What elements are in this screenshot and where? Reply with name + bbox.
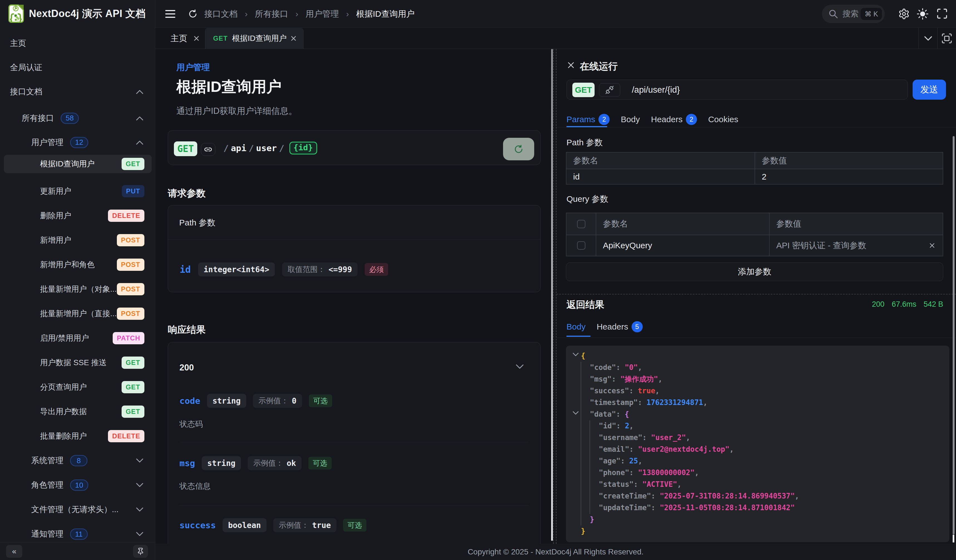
doc-content: 用户管理 根据ID查询用户 通过用户ID获取用户详细信息。 GET /api/u… <box>155 49 551 544</box>
tab-label: Params <box>566 115 595 124</box>
tab-resp-body[interactable]: Body <box>566 322 585 332</box>
chevron-right-icon: › <box>245 9 248 19</box>
sidebar-group-file[interactable]: 文件管理（无请求头）... <box>0 497 155 522</box>
chevron-down-icon[interactable] <box>516 364 524 369</box>
row-checkbox[interactable] <box>566 235 596 256</box>
fullscreen-icon[interactable] <box>937 8 948 19</box>
example-label: 示例值： <box>258 396 289 406</box>
close-icon[interactable] <box>567 61 575 69</box>
json-token: "13800000002" <box>638 469 695 477</box>
sidebar-group-user-mgmt[interactable]: 用户管理 12 <box>0 130 155 154</box>
tab-resp-headers[interactable]: Headers5 <box>596 321 642 332</box>
json-token: "createTime" <box>599 492 651 500</box>
json-token: : <box>638 398 646 407</box>
panel-scrollbar[interactable] <box>953 136 954 535</box>
panel-resizer[interactable] <box>553 49 557 544</box>
card-title: Path 参数 <box>179 205 215 240</box>
cell-param-value[interactable]: 2 <box>755 169 943 184</box>
sidebar-item-label: 接口文档 <box>10 86 42 98</box>
theme-sun-icon[interactable] <box>917 8 928 20</box>
sidebar-endpoint[interactable]: 更新用户PUT <box>0 179 155 203</box>
status-code-label[interactable]: 200 <box>179 363 194 373</box>
close-icon[interactable] <box>193 35 200 41</box>
breadcrumb-item[interactable]: 所有接口 <box>255 8 288 20</box>
col-header: 参数值 <box>755 152 943 169</box>
count-badge: 10 <box>70 480 88 491</box>
cell-param-value[interactable]: API 密钥认证 - 查询参数 <box>769 235 943 256</box>
app-title: NextDoc4j 演示 API 文档 <box>29 7 146 20</box>
search-input[interactable]: 搜索 ⌘ K <box>822 5 885 23</box>
debug-refresh-button[interactable] <box>503 138 534 160</box>
sidebar-endpoint[interactable]: 删除用户DELETE <box>0 203 155 228</box>
cell-param-name[interactable]: id <box>566 169 755 184</box>
focus-mode-button[interactable] <box>937 28 956 49</box>
count-badge: 2 <box>686 114 697 125</box>
json-token: : <box>621 457 629 465</box>
breadcrumb-item[interactable]: 接口文档 <box>204 8 237 20</box>
sidebar-endpoint[interactable]: 导出用户数据GET <box>0 400 155 424</box>
request-url-input[interactable]: /api/user/{id} <box>632 80 680 100</box>
response-json-viewer[interactable]: {"code": "0","msg": "操作成功","success": tr… <box>566 346 949 542</box>
endpoint-path: /api/user/{id} <box>221 131 317 165</box>
send-button[interactable]: 发送 <box>913 80 946 100</box>
close-icon[interactable] <box>291 35 297 41</box>
path-separator: / <box>277 143 286 153</box>
menu-icon[interactable] <box>165 9 175 19</box>
select-all-checkbox[interactable] <box>566 213 596 235</box>
tab-home[interactable]: 主页 <box>155 28 210 49</box>
copy-link-button[interactable] <box>201 143 215 156</box>
json-lines: {"code": "0","msg": "操作成功","success": tr… <box>566 350 949 537</box>
sidebar-item-label: 启用/禁用用户 <box>40 333 89 343</box>
tab-method-label: GET <box>213 35 228 42</box>
sidebar-item-api-docs[interactable]: 接口文档 <box>0 80 155 104</box>
tab-active-endpoint[interactable]: GET 根据ID查询用户 <box>205 28 303 49</box>
sidebar-group-role[interactable]: 角色管理10 <box>0 473 155 497</box>
collapse-sidebar-button[interactable]: « <box>6 545 22 558</box>
cell-param-name[interactable]: ApiKeyQuery <box>596 235 769 256</box>
sidebar-endpoint[interactable]: 批量新增用户（对象...POST <box>0 277 155 301</box>
sidebar-endpoint[interactable]: 新增用户和角色POST <box>0 252 155 277</box>
tab-body[interactable]: Body <box>621 115 640 124</box>
path-param-row: id integer<int64> 取值范围：<=999 必须 <box>180 263 388 276</box>
tab-cookies[interactable]: Cookies <box>708 115 738 124</box>
sidebar-endpoint[interactable]: 新增用户POST <box>0 228 155 252</box>
code-scrollbar[interactable] <box>953 535 954 543</box>
refresh-icon[interactable] <box>189 9 197 18</box>
chevron-down-icon <box>136 532 143 536</box>
group-link[interactable]: 用户管理 <box>176 62 210 73</box>
sidebar-endpoint[interactable]: 分页查询用户GET <box>0 375 155 400</box>
sidebar-endpoint[interactable]: 用户数据 SSE 推送GET <box>0 351 155 375</box>
sidebar-item-label: 删除用户 <box>40 211 71 221</box>
optional-chip: 可选 <box>309 395 332 407</box>
request-params-heading: 请求参数 <box>168 187 206 200</box>
tab-headers[interactable]: Headers2 <box>651 114 697 125</box>
sidebar-item-home[interactable]: 主页 <box>0 31 155 55</box>
remove-row-icon[interactable] <box>929 242 936 249</box>
collapse-chevron-icon[interactable] <box>572 352 579 357</box>
tab-bar: 主页 GET 根据ID查询用户 <box>155 28 956 49</box>
param-name: id <box>180 264 191 275</box>
connector-plug-icon[interactable] <box>599 83 620 97</box>
request-response-divider[interactable] <box>557 294 956 294</box>
tab-params[interactable]: Params2 <box>566 114 610 125</box>
json-token: "操作成功" <box>621 375 658 383</box>
json-token: "phone" <box>599 469 629 477</box>
breadcrumb-item[interactable]: 用户管理 <box>305 8 339 20</box>
json-token: : <box>651 503 660 512</box>
sidebar-item-global-auth[interactable]: 全局认证 <box>0 55 155 80</box>
collapse-chevron-icon[interactable] <box>572 411 579 415</box>
range-value: <=999 <box>329 265 352 274</box>
tab-list-dropdown-button[interactable] <box>918 28 937 49</box>
pin-icon[interactable] <box>133 545 148 558</box>
sidebar-group-system[interactable]: 系统管理8 <box>0 448 155 473</box>
sidebar-endpoint[interactable]: 批量删除用户DELETE <box>0 424 155 448</box>
main-scrollbar[interactable] <box>551 49 553 541</box>
sidebar-item-all-apis[interactable]: 所有接口 58 <box>0 106 155 130</box>
gear-icon[interactable] <box>898 8 910 20</box>
result-heading: 返回结果 <box>566 298 604 311</box>
sidebar-endpoint[interactable]: 启用/禁用用户PATCH <box>0 326 155 351</box>
sidebar-endpoint-selected[interactable]: 根据ID查询用户 GET <box>4 155 152 173</box>
method-select[interactable]: GET <box>572 83 594 97</box>
sidebar-endpoint[interactable]: 批量新增用户（直接...POST <box>0 301 155 326</box>
add-param-button[interactable]: 添加参数 <box>566 263 943 281</box>
